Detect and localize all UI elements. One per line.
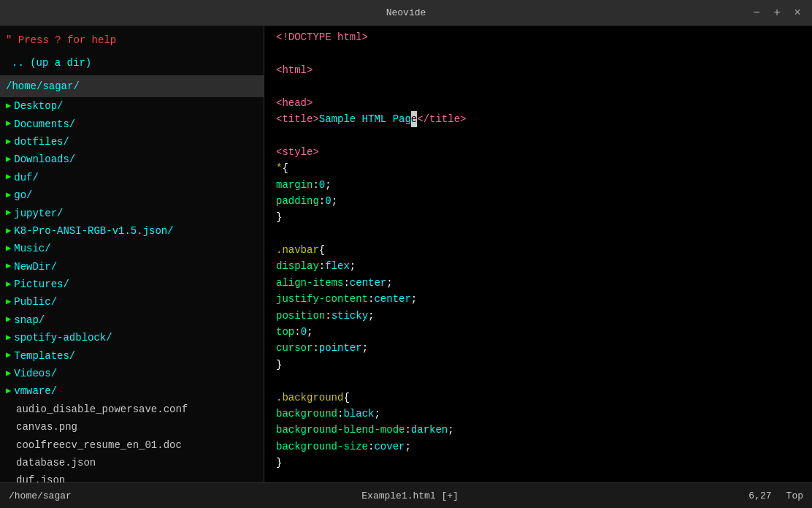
editor-line: <html> xyxy=(264,62,812,78)
editor-line: background-size: cover; xyxy=(264,439,812,455)
close-button[interactable]: × xyxy=(790,7,805,19)
arrow-icon: ▶ xyxy=(6,331,11,345)
list-item[interactable]: ▶go/ xyxy=(0,186,264,204)
statusbar-center: Example1.html [+] xyxy=(361,490,459,501)
dir-name: Downloads/ xyxy=(14,151,75,167)
editor-line xyxy=(264,45,812,61)
editor-line xyxy=(264,78,812,94)
editor-panel[interactable]: <!DOCTYPE html> <html> <head> <title>Sam… xyxy=(264,26,812,482)
arrow-icon: ▶ xyxy=(6,349,11,363)
help-text-line: " Press ? for help xyxy=(0,29,264,51)
editor-line xyxy=(264,373,812,389)
editor-line: <!DOCTYPE html> xyxy=(264,29,812,45)
arrow-icon: ▶ xyxy=(6,206,11,220)
dir-name: dotfiles/ xyxy=(14,134,69,150)
dir-name: spotify-adblock/ xyxy=(14,330,112,346)
editor-line: <style> xyxy=(264,144,812,160)
editor-line: padding: 0; xyxy=(264,193,812,209)
dir-name: duf/ xyxy=(14,170,39,186)
editor-line: } xyxy=(264,209,812,225)
arrow-icon: ▶ xyxy=(6,367,11,381)
arrow-icon: ▶ xyxy=(6,189,11,202)
file-name: duf.json xyxy=(16,472,65,482)
editor-line: background-blend-mode: darken; xyxy=(264,422,812,438)
editor-line: cursor: pointer; xyxy=(264,340,812,356)
dir-name: Templates/ xyxy=(14,348,75,364)
editor-line: } xyxy=(264,357,812,373)
list-item[interactable]: ▶K8-Pro-ANSI-RGB-v1.5.json/ xyxy=(0,222,264,240)
editor-line: } xyxy=(264,455,812,471)
status-path: /home/sagar xyxy=(9,490,72,501)
list-item[interactable]: ▶NewDir/ xyxy=(0,258,264,276)
dir-name: jupyter/ xyxy=(14,205,63,221)
file-tree-list: ▶Desktop/▶Documents/▶dotfiles/▶Downloads… xyxy=(0,97,264,482)
arrow-icon: ▶ xyxy=(6,313,11,327)
dir-name: Desktop/ xyxy=(14,98,63,114)
arrow-icon: ▶ xyxy=(6,99,11,113)
status-scroll: Top xyxy=(786,490,803,501)
editor-line: <title>Sample HTML Page</title> xyxy=(264,111,812,127)
list-item[interactable]: ▶jupyter/ xyxy=(0,205,264,222)
dir-name: go/ xyxy=(14,187,32,203)
editor-line: justify-content: center; xyxy=(264,291,812,307)
dir-name: K8-Pro-ANSI-RGB-v1.5.json/ xyxy=(14,223,173,239)
dir-name: NewDir/ xyxy=(14,259,57,275)
list-item[interactable]: ▶Videos/ xyxy=(0,365,264,382)
list-item[interactable]: ▶Documents/ xyxy=(0,115,264,133)
file-name: database.json xyxy=(16,455,96,471)
editor-line: .navbar { xyxy=(264,242,812,258)
parent-dir-item[interactable]: .. (up a dir) xyxy=(0,51,264,75)
list-item[interactable]: ▶spotify-adblock/ xyxy=(0,329,264,346)
list-item[interactable]: ▶snap/ xyxy=(0,311,264,329)
list-item[interactable]: ▶Public/ xyxy=(0,293,264,311)
arrow-icon: ▶ xyxy=(6,384,11,398)
arrow-icon: ▶ xyxy=(6,153,11,167)
editor-line: * { xyxy=(264,160,812,176)
titlebar: Neovide − + × xyxy=(0,0,812,26)
list-item[interactable]: ▶Desktop/ xyxy=(0,97,264,115)
dir-name: Public/ xyxy=(14,294,57,310)
dir-name: Pictures/ xyxy=(14,276,69,292)
titlebar-controls: − + × xyxy=(749,7,805,19)
list-item[interactable]: duf.json xyxy=(0,471,264,482)
list-item[interactable]: ▶duf/ xyxy=(0,169,264,186)
list-item[interactable]: ▶vmware/ xyxy=(0,382,264,400)
editor-line: <head> xyxy=(264,95,812,111)
list-item[interactable]: ▶Music/ xyxy=(0,240,264,257)
arrow-icon: ▶ xyxy=(6,135,11,149)
editor-line: top: 0; xyxy=(264,324,812,340)
maximize-button[interactable]: + xyxy=(770,7,784,19)
list-item[interactable]: database.json xyxy=(0,454,264,471)
current-dir-item[interactable]: /home/sagar/ xyxy=(0,75,264,97)
titlebar-title: Neovide xyxy=(386,7,426,18)
dir-name: snap/ xyxy=(14,312,45,328)
arrow-icon: ▶ xyxy=(6,224,11,238)
status-position: 6,27 xyxy=(748,490,771,501)
statusbar-right: 6,27 Top xyxy=(748,490,803,501)
dir-name: Videos/ xyxy=(14,365,57,382)
editor-line xyxy=(264,127,812,143)
editor-line xyxy=(264,226,812,242)
list-item[interactable]: ▶Templates/ xyxy=(0,347,264,365)
list-item[interactable]: canvas.png xyxy=(0,418,264,436)
current-dir-label: /home/sagar/ xyxy=(6,78,80,94)
minimize-button[interactable]: − xyxy=(749,7,764,19)
arrow-icon: ▶ xyxy=(6,117,11,131)
status-file: Example1.html [+] xyxy=(361,490,459,501)
help-text-content: " Press ? for help xyxy=(6,32,116,48)
editor-line: margin: 0; xyxy=(264,177,812,193)
file-name: coolfreecv_resume_en_01.doc xyxy=(16,437,182,453)
editor-line: background: black; xyxy=(264,406,812,422)
file-name: canvas.png xyxy=(16,419,77,435)
dir-name: Music/ xyxy=(14,240,50,257)
arrow-icon: ▶ xyxy=(6,242,11,256)
editor-line: .background { xyxy=(264,390,812,406)
list-item[interactable]: coolfreecv_resume_en_01.doc xyxy=(0,436,264,454)
list-item[interactable]: ▶Downloads/ xyxy=(0,151,264,168)
list-item[interactable]: ▶dotfiles/ xyxy=(0,133,264,151)
list-item[interactable]: audio_disable_powersave.conf xyxy=(0,401,264,418)
dir-name: vmware/ xyxy=(14,383,57,399)
main-container: " Press ? for help .. (up a dir) /home/s… xyxy=(0,26,812,482)
arrow-icon: ▶ xyxy=(6,295,11,309)
list-item[interactable]: ▶Pictures/ xyxy=(0,276,264,293)
